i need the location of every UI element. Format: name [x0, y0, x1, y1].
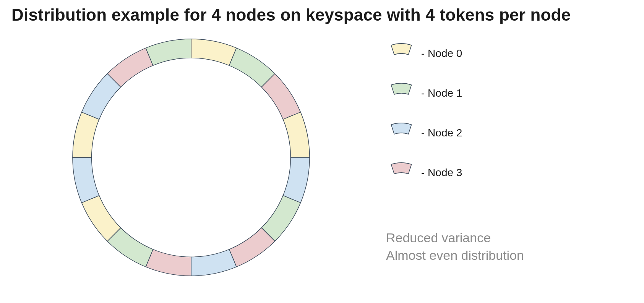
note-even-distribution: Almost even distribution: [386, 247, 631, 264]
legend-item-node2: - Node 2: [386, 122, 585, 144]
legend-label-node1: - Node 1: [421, 87, 462, 99]
legend-item-node0: - Node 0: [386, 42, 585, 65]
ring-segment-node1: [146, 39, 191, 65]
ring-segment-node0: [283, 112, 310, 157]
ring-svg: [65, 31, 317, 284]
legend: - Node 0- Node 1- Node 2- Node 3: [386, 42, 585, 201]
notes: Reduced variance Almost even distributio…: [386, 229, 631, 264]
page-title: Distribution example for 4 nodes on keys…: [11, 5, 571, 24]
diagram-stage: Distribution example for 4 nodes on keys…: [0, 0, 644, 303]
legend-label-node3: - Node 3: [421, 167, 462, 179]
legend-swatch-node0: [386, 42, 417, 65]
ring-segment-node2: [283, 157, 310, 203]
ring-segment-node2: [73, 157, 99, 203]
legend-swatch-node1: [386, 82, 417, 105]
legend-item-node3: - Node 3: [386, 161, 585, 184]
keyspace-ring: [65, 31, 317, 284]
ring-segment-node0: [73, 112, 99, 157]
ring-segment-node3: [146, 250, 191, 276]
note-reduced-variance: Reduced variance: [386, 229, 631, 247]
legend-item-node1: - Node 1: [386, 82, 585, 105]
legend-label-node2: - Node 2: [421, 127, 462, 139]
ring-segment-node0: [191, 39, 237, 65]
ring-segment-node2: [191, 250, 237, 276]
legend-swatch-node3: [386, 161, 417, 184]
legend-swatch-node2: [386, 122, 417, 144]
legend-label-node0: - Node 0: [421, 47, 462, 60]
